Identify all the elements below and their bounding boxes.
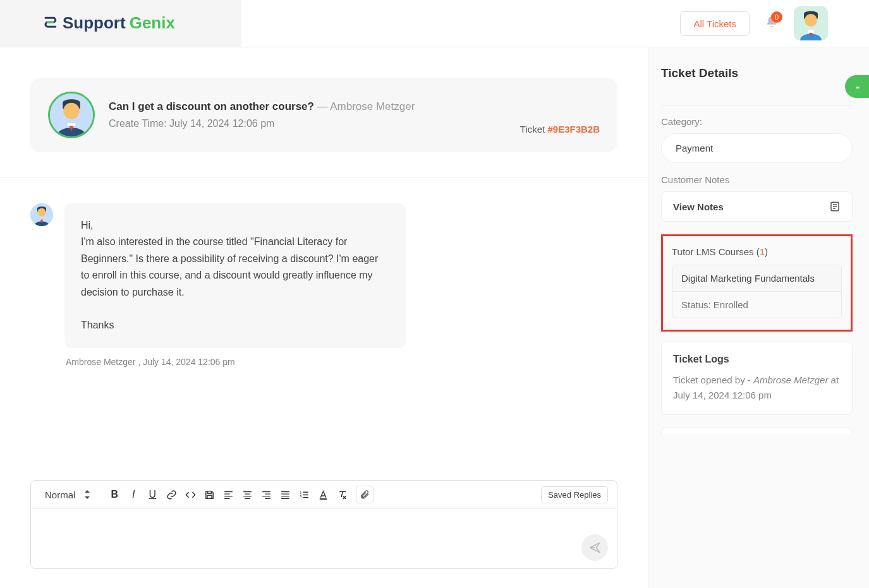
ticket-logs-card: Ticket Logs Ticket opened by - Ambrose M…: [661, 342, 853, 415]
send-button[interactable]: [581, 534, 608, 561]
ticket-id-label: Ticket: [520, 124, 548, 135]
ticket-author-name: Ambrose Metzger: [330, 100, 415, 112]
ordered-list-icon: 123: [299, 489, 310, 500]
notes-icon: [829, 201, 841, 212]
paperclip-icon: [360, 489, 370, 500]
reply-editor: Normal B I U: [30, 480, 617, 569]
log-entry: Ticket opened by - Ambrose Metzger at Ju…: [673, 373, 841, 403]
app-logo[interactable]: Support Genix: [41, 13, 175, 33]
align-justify-button[interactable]: [277, 487, 293, 502]
customer-notes-label: Customer Notes: [661, 174, 853, 185]
tutor-lms-section-highlighted: Tutor LMS Courses (1) Digital Marketing …: [661, 234, 853, 332]
caret-updown-icon: [84, 490, 90, 499]
ordered-list-button[interactable]: 123: [296, 487, 312, 502]
message-row: Hi, I'm also interested in the course ti…: [0, 178, 648, 348]
sidebar-title: Ticket Details: [661, 66, 856, 80]
ticket-logs-title: Ticket Logs: [673, 354, 841, 365]
message-line-3: Thanks: [81, 317, 389, 333]
notification-count-badge: 0: [771, 11, 782, 23]
message-line-2: I'm also interested in the course titled…: [81, 234, 389, 301]
lms-title: Tutor LMS Courses (1): [672, 246, 842, 257]
reply-input[interactable]: [31, 509, 617, 566]
align-right-icon: [261, 489, 272, 500]
avatar-icon: [794, 6, 828, 40]
ticket-id-value: #9E3F3B2B: [547, 124, 600, 135]
view-notes-label: View Notes: [673, 201, 724, 212]
save-icon: [204, 489, 215, 500]
user-avatar[interactable]: [794, 6, 828, 40]
saved-replies-button[interactable]: Saved Replies: [541, 486, 608, 503]
sidebar-next-card-peek: [661, 428, 853, 434]
course-card: Digital Marketing Fundamentals Status: E…: [672, 265, 842, 318]
course-status: Status: Enrolled: [672, 292, 841, 318]
ticket-header-card: Can I get a discount on another course? …: [30, 78, 617, 152]
reply-area: [31, 509, 617, 568]
attachment-button[interactable]: [356, 486, 374, 503]
ticket-author-avatar: [48, 92, 95, 138]
editor-toolbar: Normal B I U: [31, 481, 617, 509]
message-body: Hi, I'm also interested in the course ti…: [64, 203, 406, 348]
ticket-author-separator: —: [317, 100, 330, 112]
svg-rect-5: [68, 123, 76, 126]
message-meta: Ambrose Metzger , July 14, 2024 12:06 pm: [0, 348, 648, 367]
code-icon: [185, 489, 196, 500]
all-tickets-button[interactable]: All Tickets: [680, 11, 750, 36]
bold-button[interactable]: B: [107, 487, 122, 502]
svg-rect-2: [808, 30, 814, 33]
link-button[interactable]: [164, 487, 179, 502]
svg-point-4: [63, 103, 80, 119]
align-left-icon: [223, 489, 234, 500]
align-left-button[interactable]: [221, 487, 236, 502]
svg-point-1: [805, 14, 817, 27]
log-user: Ambrose Metzger: [753, 375, 828, 385]
align-center-button[interactable]: [240, 487, 255, 502]
message-avatar: [30, 203, 53, 226]
lms-count: 1: [760, 246, 765, 257]
align-right-button[interactable]: [258, 487, 274, 502]
link-icon: [166, 489, 177, 500]
ticket-create-time-label: Create Time:: [109, 118, 167, 129]
ticket-content: Can I get a discount on another course? …: [0, 47, 648, 588]
lms-label-suffix: ): [765, 246, 768, 257]
logo-text-support: Support: [63, 13, 126, 33]
message-line-1: Hi,: [81, 217, 389, 234]
code-button[interactable]: [183, 487, 198, 502]
text-color-button[interactable]: [315, 487, 331, 502]
save-button[interactable]: [202, 487, 217, 502]
view-notes-button[interactable]: View Notes: [661, 191, 853, 222]
logo-text-genix: Genix: [130, 13, 175, 33]
format-select-label: Normal: [45, 489, 75, 500]
align-justify-icon: [280, 489, 291, 500]
format-select[interactable]: Normal: [40, 487, 95, 503]
lms-label-prefix: Tutor LMS Courses (: [672, 246, 760, 257]
clear-format-icon: [337, 489, 348, 500]
notifications-button[interactable]: 0: [765, 15, 779, 32]
logo-icon: [41, 15, 59, 32]
header-right: All Tickets 0: [680, 6, 869, 40]
sidebar-collapse-button[interactable]: -: [845, 75, 869, 98]
logo-area: Support Genix: [0, 0, 241, 47]
svg-text:3: 3: [300, 496, 301, 499]
category-label: Category:: [661, 116, 853, 127]
align-center-icon: [242, 489, 253, 500]
svg-rect-11: [320, 498, 327, 500]
ticket-details-sidebar: Ticket Details - Category: Payment Custo…: [648, 47, 869, 588]
text-color-icon: [318, 489, 329, 500]
category-value[interactable]: Payment: [661, 133, 853, 163]
avatar-icon: [50, 93, 93, 136]
sidebar-scroll[interactable]: Category: Payment Customer Notes View No…: [661, 105, 856, 535]
ticket-create-time-value: July 14, 2024 12:06 pm: [169, 118, 274, 129]
log-prefix: Ticket opened by -: [673, 375, 753, 385]
course-name[interactable]: Digital Marketing Fundamentals: [672, 265, 841, 292]
underline-button[interactable]: U: [145, 487, 160, 502]
send-icon: [588, 541, 601, 554]
sidebar-partial-card: [661, 105, 853, 106]
avatar-icon: [30, 203, 53, 226]
ticket-subject: Can I get a discount on another course?: [109, 100, 314, 112]
app-header: Support Genix All Tickets 0: [0, 0, 869, 47]
clear-format-button[interactable]: [334, 487, 349, 502]
svg-point-7: [38, 208, 46, 217]
italic-button[interactable]: I: [126, 487, 141, 502]
